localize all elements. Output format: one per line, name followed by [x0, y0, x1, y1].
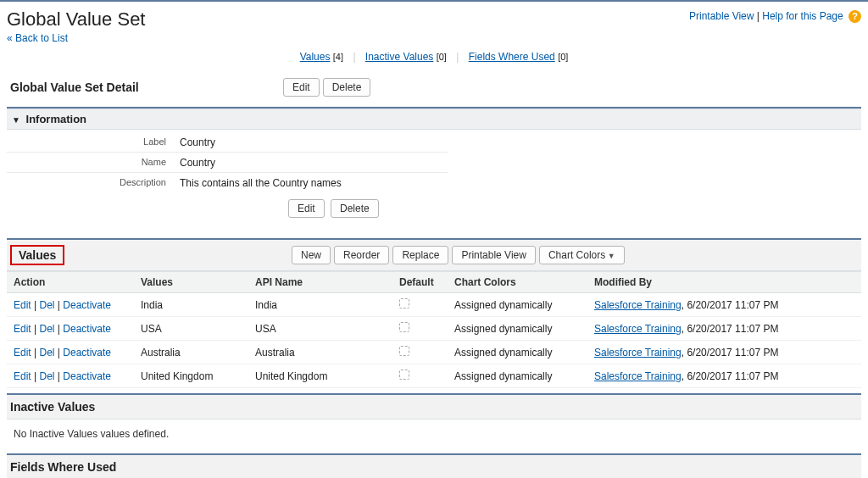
modified-by-link[interactable]: Salesforce Training: [594, 370, 682, 382]
table-row: Edit | Del | DeactivateAustraliaAustrali…: [7, 341, 861, 364]
anchor-inactive-count: [0]: [437, 52, 447, 62]
detail-section-title: Global Value Set Detail: [10, 81, 281, 94]
help-icon[interactable]: ?: [849, 10, 861, 23]
label-value: Country: [176, 133, 448, 153]
row-api: India: [248, 293, 392, 317]
row-chart-colors: Assigned dynamically: [448, 341, 587, 364]
printable-view-button[interactable]: Printable View: [452, 246, 536, 264]
delete-button-bottom[interactable]: Delete: [331, 199, 379, 218]
table-row: Edit | Del | DeactivateUnited KingdomUni…: [7, 364, 861, 388]
row-modified: Salesforce Training, 6/20/2017 11:07 PM: [587, 293, 861, 317]
table-row: Edit | Del | DeactivateUSAUSAAssigned dy…: [7, 317, 861, 341]
edit-button-bottom[interactable]: Edit: [288, 199, 325, 218]
row-value: United Kingdom: [134, 364, 248, 388]
row-api: Australia: [248, 341, 392, 364]
col-values: Values: [134, 272, 248, 293]
values-table: Action Values API Name Default Chart Col…: [7, 271, 861, 388]
chart-colors-button[interactable]: Chart Colors: [539, 246, 625, 264]
collapse-icon: ▼: [12, 115, 20, 125]
row-value: USA: [134, 317, 248, 341]
anchor-values[interactable]: Values: [300, 51, 331, 63]
description-label: Description: [7, 174, 176, 192]
col-api: API Name: [248, 272, 392, 293]
row-del-link[interactable]: Del: [39, 299, 54, 311]
row-modified: Salesforce Training, 6/20/2017 11:07 PM: [587, 317, 861, 341]
information-title: Information: [26, 113, 87, 125]
back-to-list-link[interactable]: Back to List: [7, 32, 68, 44]
row-del-link[interactable]: Del: [39, 323, 54, 335]
row-chart-colors: Assigned dynamically: [448, 293, 587, 317]
row-modified: Salesforce Training, 6/20/2017 11:07 PM: [587, 364, 861, 388]
row-deactivate-link[interactable]: Deactivate: [63, 370, 111, 382]
row-chart-colors: Assigned dynamically: [448, 364, 587, 388]
row-deactivate-link[interactable]: Deactivate: [63, 323, 111, 335]
modified-by-link[interactable]: Salesforce Training: [594, 347, 682, 358]
values-section-title: Values: [10, 245, 64, 265]
label-label: Label: [7, 133, 176, 153]
checkbox-icon: [399, 370, 409, 380]
anchor-fields[interactable]: Fields Where Used: [469, 51, 555, 63]
row-default: [392, 341, 448, 364]
col-default: Default: [392, 272, 448, 293]
table-row: Edit | Del | DeactivateIndiaIndiaAssigne…: [7, 293, 861, 317]
reorder-button[interactable]: Reorder: [334, 246, 389, 264]
row-default: [392, 317, 448, 341]
page-title: Global Value Set: [7, 8, 145, 31]
row-edit-link[interactable]: Edit: [14, 299, 31, 311]
anchor-values-count: [4]: [333, 52, 343, 62]
checkbox-icon: [399, 298, 409, 308]
checkbox-icon: [399, 322, 409, 332]
row-edit-link[interactable]: Edit: [14, 347, 31, 358]
fields-section-title: Fields Where Used: [10, 460, 290, 474]
row-default: [392, 364, 448, 388]
col-action: Action: [7, 272, 134, 293]
modified-by-link[interactable]: Salesforce Training: [594, 299, 682, 311]
modified-by-link[interactable]: Salesforce Training: [594, 323, 682, 335]
information-header[interactable]: ▼ Information: [7, 108, 861, 130]
row-default: [392, 293, 448, 317]
row-api: United Kingdom: [248, 364, 392, 388]
row-value: Australia: [134, 341, 248, 364]
new-button[interactable]: New: [292, 246, 331, 264]
col-modified: Modified By: [587, 272, 861, 293]
row-api: USA: [248, 317, 392, 341]
name-label: Name: [7, 153, 176, 173]
row-value: India: [134, 293, 248, 317]
anchor-nav: Values [4] | Inactive Values [0] | Field…: [7, 44, 861, 71]
row-deactivate-link[interactable]: Deactivate: [63, 347, 111, 358]
edit-button[interactable]: Edit: [283, 78, 320, 97]
row-del-link[interactable]: Del: [39, 370, 54, 382]
inactive-empty-message: No Inactive Values values defined.: [7, 420, 861, 448]
printable-view-link[interactable]: Printable View: [689, 10, 754, 22]
separator: |: [346, 51, 362, 63]
description-value: This contains all the Country names: [176, 174, 448, 192]
delete-button[interactable]: Delete: [323, 78, 371, 97]
anchor-fields-count: [0]: [558, 52, 568, 62]
name-value: Country: [176, 153, 448, 173]
inactive-section-title: Inactive Values: [10, 400, 290, 414]
replace-button[interactable]: Replace: [392, 246, 448, 264]
checkbox-icon: [399, 346, 409, 356]
col-chart-colors: Chart Colors: [448, 272, 587, 293]
row-edit-link[interactable]: Edit: [14, 323, 31, 335]
separator: |: [449, 51, 465, 63]
row-del-link[interactable]: Del: [39, 347, 54, 358]
row-chart-colors: Assigned dynamically: [448, 317, 587, 341]
anchor-inactive[interactable]: Inactive Values: [365, 51, 434, 63]
help-link[interactable]: Help for this Page: [762, 10, 843, 22]
row-deactivate-link[interactable]: Deactivate: [63, 299, 111, 311]
row-edit-link[interactable]: Edit: [14, 370, 31, 382]
row-modified: Salesforce Training, 6/20/2017 11:07 PM: [587, 341, 861, 364]
